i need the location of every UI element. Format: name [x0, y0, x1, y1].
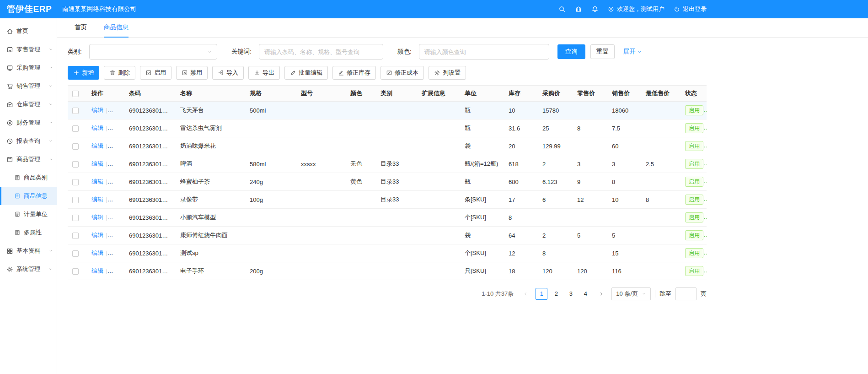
- pagination: 1-10 共37条 1234 10 条/页 跳至 页: [68, 287, 707, 300]
- category-select[interactable]: [89, 44, 217, 60]
- sidebar-item-goods-info[interactable]: 商品信息: [0, 187, 57, 205]
- expand-link[interactable]: 展开: [623, 48, 642, 56]
- edit-link[interactable]: 编辑: [91, 142, 103, 149]
- color-input[interactable]: [419, 44, 549, 60]
- sidebar-item-retail[interactable]: 零售管理: [0, 40, 57, 59]
- welcome-user[interactable]: 欢迎您，测试用户: [608, 5, 664, 13]
- page-button[interactable]: 1: [536, 288, 547, 300]
- sidebar-item-basic[interactable]: 基本资料: [0, 242, 57, 260]
- cell-retail: [573, 209, 607, 227]
- keyword-input[interactable]: [259, 44, 383, 60]
- status-badge[interactable]: 启用: [685, 266, 703, 276]
- search-button[interactable]: 查询: [557, 44, 585, 59]
- sidebar-item-home[interactable]: 首页: [0, 22, 57, 40]
- edit-link[interactable]: 编辑: [91, 196, 103, 203]
- status-badge[interactable]: 启用: [685, 123, 703, 133]
- chevron-down-icon: [48, 139, 53, 143]
- disable-button[interactable]: 禁用: [176, 66, 208, 80]
- chevron-down-icon: [642, 292, 646, 296]
- status-badge[interactable]: 启用: [685, 212, 703, 222]
- cell-barcode: 6901236301340: [124, 137, 176, 155]
- column-settings-button[interactable]: 列设置: [429, 66, 466, 80]
- fix-stock-button[interactable]: 修正库存: [332, 66, 376, 80]
- cell-min: [641, 102, 680, 119]
- batch-edit-button[interactable]: 批量编辑: [284, 66, 328, 80]
- row-checkbox[interactable]: [72, 179, 79, 185]
- edit-link[interactable]: 编辑: [91, 178, 103, 185]
- page-size-select[interactable]: 10 条/页: [611, 287, 651, 300]
- select-all-checkbox[interactable]: [72, 91, 79, 97]
- cell-purchase: [538, 209, 573, 227]
- export-button[interactable]: 导出: [248, 66, 280, 80]
- sidebar-item-system[interactable]: 系统管理: [0, 260, 57, 278]
- jump-input[interactable]: [675, 287, 697, 300]
- logout-button[interactable]: 退出登录: [674, 5, 707, 13]
- cell-actions: 编辑|删除: [87, 137, 124, 155]
- sidebar-item-finance[interactable]: 财务管理: [0, 114, 57, 132]
- row-checkbox[interactable]: [72, 250, 79, 257]
- tab-home[interactable]: 首页: [75, 18, 87, 38]
- page-button[interactable]: 2: [550, 288, 562, 300]
- edit-link[interactable]: 编辑: [91, 249, 103, 256]
- disable-icon: [182, 70, 188, 76]
- edit-link[interactable]: 编辑: [91, 267, 103, 274]
- edit-link[interactable]: 编辑: [91, 107, 103, 114]
- sidebar-item-warehouse[interactable]: 仓库管理: [0, 95, 57, 114]
- cell-purchase: 120: [538, 262, 573, 280]
- row-checkbox[interactable]: [72, 125, 79, 132]
- add-button[interactable]: 新增: [68, 66, 99, 80]
- chevron-down-icon: [48, 65, 53, 70]
- status-badge[interactable]: 启用: [685, 230, 703, 240]
- row-checkbox[interactable]: [72, 268, 79, 275]
- cell-sale: 15: [607, 244, 641, 262]
- cell-actions: 编辑|删除: [87, 191, 124, 209]
- cell-stock: 18: [504, 262, 538, 280]
- edit-link[interactable]: 编辑: [91, 232, 103, 238]
- row-checkbox[interactable]: [72, 233, 79, 239]
- cell-barcode: 6901236301321: [124, 227, 176, 244]
- toolbar-button-label: 修正库存: [347, 69, 370, 77]
- status-badge[interactable]: 启用: [685, 105, 703, 115]
- status-badge[interactable]: 启用: [685, 248, 703, 258]
- next-page-button[interactable]: [595, 288, 607, 300]
- status-badge[interactable]: 启用: [685, 177, 703, 187]
- prev-page-button[interactable]: [520, 288, 531, 300]
- sidebar-item-goods[interactable]: 商品管理: [0, 150, 57, 168]
- cell-retail: [573, 137, 607, 155]
- cell-unit: 瓶: [460, 119, 504, 137]
- cell-model: xxsxx: [296, 155, 346, 173]
- reset-button[interactable]: 重置: [590, 44, 615, 59]
- status-badge[interactable]: 启用: [685, 195, 703, 205]
- bank-icon[interactable]: [575, 5, 582, 13]
- status-badge[interactable]: 启用: [685, 141, 703, 151]
- page-button[interactable]: 3: [565, 288, 577, 300]
- search-icon[interactable]: [558, 5, 566, 13]
- status-badge[interactable]: 启用: [685, 159, 703, 169]
- sidebar-item-multi-attr[interactable]: 多属性: [0, 223, 57, 242]
- sidebar-item-purchase[interactable]: 采购管理: [0, 59, 57, 77]
- delete-button[interactable]: 删除: [104, 66, 135, 80]
- cell-stock: 8: [504, 209, 538, 227]
- edit-link[interactable]: 编辑: [91, 160, 103, 167]
- import-button[interactable]: 导入: [212, 66, 244, 80]
- sidebar-item-goods-category[interactable]: 商品类别: [0, 168, 57, 187]
- enable-button[interactable]: 启用: [140, 66, 171, 80]
- logout-icon: [674, 6, 680, 12]
- row-checkbox[interactable]: [72, 197, 79, 203]
- row-checkbox[interactable]: [72, 161, 79, 168]
- fix-cost-button[interactable]: 修正成本: [380, 66, 424, 80]
- edit-link[interactable]: 编辑: [91, 125, 103, 131]
- row-checkbox[interactable]: [72, 108, 79, 114]
- row-checkbox[interactable]: [72, 215, 79, 221]
- row-checkbox[interactable]: [72, 143, 79, 150]
- tab-product-info[interactable]: 商品信息: [104, 18, 129, 38]
- edit-link[interactable]: 编辑: [91, 214, 103, 221]
- sidebar-item-sales[interactable]: 销售管理: [0, 77, 57, 95]
- sidebar-item-report[interactable]: 报表查询: [0, 132, 57, 150]
- cell-checkbox: [68, 227, 87, 244]
- sidebar-item-measure-unit[interactable]: 计量单位: [0, 205, 57, 223]
- jump-label: 跳至: [659, 290, 671, 298]
- page-button[interactable]: 4: [579, 288, 591, 300]
- bell-icon[interactable]: [591, 5, 599, 13]
- action-divider: |: [106, 249, 107, 256]
